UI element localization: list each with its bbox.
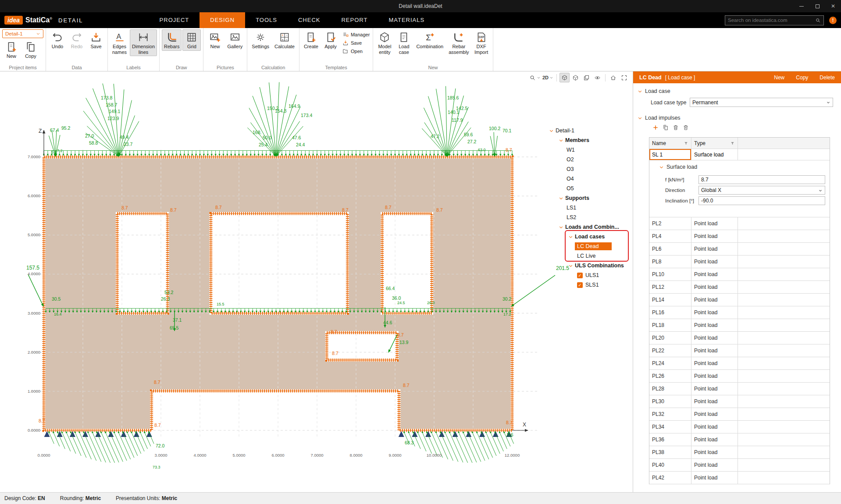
maximize-button[interactable] — [809, 0, 825, 12]
ribbon-button-copy[interactable]: Copy — [21, 39, 40, 60]
close-button[interactable]: ✕ — [825, 0, 841, 12]
load-impulse-row-pl4[interactable]: PL4Point load — [649, 230, 830, 243]
canvas-tool-axonometry[interactable] — [559, 73, 570, 82]
load-impulse-row-pl12[interactable]: PL12Point load — [649, 281, 830, 294]
menu-tab-check[interactable]: CHECK — [288, 12, 331, 28]
delete-load-case-button[interactable]: Delete — [820, 75, 835, 81]
menu-tab-materials[interactable]: MATERIALS — [378, 12, 435, 28]
load-impulse-row-pl34[interactable]: PL34Point load — [649, 421, 830, 433]
load-impulse-row-pl36[interactable]: PL36Point load — [649, 433, 830, 446]
menu-tab-report[interactable]: REPORT — [331, 12, 378, 28]
f-value-input[interactable] — [698, 175, 825, 184]
load-impulse-row-pl26[interactable]: PL26Point load — [649, 370, 830, 383]
tree-item-o4[interactable]: O4 — [545, 174, 631, 184]
checkbox-icon[interactable]: ✓ — [577, 282, 583, 288]
direction-select[interactable]: Global X — [698, 186, 825, 195]
collapse-chevron-icon[interactable] — [638, 115, 642, 121]
canvas-tool-zoom[interactable] — [529, 73, 541, 82]
ribbon-button-gallery[interactable]: Gallery — [225, 29, 245, 51]
load-impulse-row-pl6[interactable]: PL6Point load — [649, 243, 830, 256]
search-icon[interactable] — [815, 16, 821, 24]
filter-icon[interactable] — [730, 140, 735, 146]
ribbon-button-rebars[interactable]: Rebars — [162, 29, 182, 51]
canvas-tool-view-cube[interactable] — [570, 73, 581, 82]
canvas-tool-fullscreen[interactable] — [619, 73, 629, 82]
ribbon-button-combination[interactable]: ΣCombination — [414, 29, 445, 51]
search-input[interactable] — [728, 18, 815, 23]
collapse-chevron-icon[interactable] — [638, 88, 642, 94]
checkbox-icon[interactable]: ✓ — [577, 273, 583, 278]
ribbon-button-open[interactable]: Open — [342, 48, 370, 54]
ribbon-button-create[interactable]: Create — [302, 29, 321, 51]
load-impulse-row-pl20[interactable]: PL20Point load — [649, 332, 830, 344]
copy-load-case-button[interactable]: Copy — [796, 75, 808, 81]
ribbon-button-new[interactable]: New — [206, 29, 224, 51]
canvas[interactable]: ZX0.00003.00004.00005.00006.00007.00008.… — [0, 71, 633, 492]
menu-tab-design[interactable]: DESIGN — [200, 12, 245, 28]
tree-item-lc-live[interactable]: LC Live — [545, 251, 631, 261]
tree-item-w1[interactable]: W1 — [545, 145, 631, 155]
ribbon-button-calculate[interactable]: +−×÷Calculate — [272, 29, 297, 51]
ribbon-button-apply[interactable]: Apply — [321, 29, 340, 51]
load-impulse-row-pl30[interactable]: PL30Point load — [649, 395, 830, 408]
ribbon-button-rebar-assembly[interactable]: Rebar assembly — [446, 29, 471, 56]
load-impulse-row-pl38[interactable]: PL38Point load — [649, 446, 830, 459]
tree-item-o2[interactable]: O2 — [545, 155, 631, 164]
canvas-tool-view-gallery[interactable] — [581, 73, 592, 82]
load-impulse-row-pl18[interactable]: PL18Point load — [649, 319, 830, 332]
ribbon-button-load-case[interactable]: Load case — [395, 29, 413, 56]
tree-item-sls1[interactable]: ✓SLS1 — [545, 280, 631, 290]
load-impulse-row-pl42[interactable]: PL42Point load — [649, 472, 830, 484]
ribbon-button-manager[interactable]: Manager — [342, 32, 370, 38]
menu-tab-tools[interactable]: TOOLS — [245, 12, 288, 28]
load-impulse-row-pl32[interactable]: PL32Point load — [649, 408, 830, 421]
ribbon-button-dimension-lines[interactable]: Dimension lines — [130, 29, 157, 56]
delete-all-impulses-button[interactable] — [683, 124, 689, 131]
ribbon-button-save[interactable]: Save — [87, 29, 105, 51]
tree-item-ls2[interactable]: LS2 — [545, 213, 631, 222]
tree-item-loads-and-combin[interactable]: Loads and Combin... — [545, 222, 631, 232]
inclination-input[interactable] — [698, 196, 825, 205]
tree-item-lc-dead[interactable]: LC Dead — [545, 241, 631, 251]
filter-icon[interactable] — [684, 140, 688, 146]
canvas-tool-view-2d[interactable]: 2D — [542, 73, 554, 82]
tree-item-uls-combinations[interactable]: ULS Combinations — [545, 261, 631, 270]
load-impulse-row-pl28[interactable]: PL28Point load — [649, 383, 830, 395]
ribbon-button-undo[interactable]: Undo — [48, 29, 67, 51]
load-impulse-row-pl8[interactable]: PL8Point load — [649, 256, 830, 268]
load-case-type-select[interactable]: Permanent — [690, 98, 833, 107]
canvas-tool-zoom-all[interactable] — [608, 73, 618, 82]
load-impulse-row-pl2[interactable]: PL2Point load — [649, 217, 830, 230]
add-impulse-button[interactable] — [652, 124, 659, 131]
tree-item-o3[interactable]: O3 — [545, 164, 631, 174]
load-impulse-row-pl14[interactable]: PL14Point load — [649, 294, 830, 306]
menu-tab-project[interactable]: PROJECT — [149, 12, 200, 28]
ribbon-button-save[interactable]: Save — [342, 40, 370, 46]
load-impulse-row-pl10[interactable]: PL10Point load — [649, 268, 830, 281]
ribbon-button-edges-names[interactable]: AEdges names — [110, 29, 129, 56]
ribbon-button-grid[interactable]: Grid — [182, 29, 201, 51]
delete-impulse-button[interactable] — [673, 124, 679, 131]
tree-item-ls1[interactable]: LS1 — [545, 203, 631, 213]
minimize-button[interactable] — [794, 0, 809, 12]
copy-impulse-button[interactable] — [663, 124, 669, 131]
ribbon-button-settings[interactable]: Settings — [249, 29, 271, 51]
tree-item-uls1[interactable]: ✓ULS1 — [545, 270, 631, 280]
ribbon-button-new[interactable]: New — [2, 39, 21, 60]
project-item-combo[interactable]: Detail-1 — [2, 29, 43, 38]
tree-item-o5[interactable]: O5 — [545, 184, 631, 193]
ribbon-button-model-entity[interactable]: Model entity — [375, 29, 394, 56]
tree-item-load-cases[interactable]: Load cases — [545, 232, 631, 241]
load-impulse-row-pl40[interactable]: PL40Point load — [649, 459, 830, 472]
load-impulse-row-pl24[interactable]: PL24Point load — [649, 357, 830, 370]
selected-impulse-row[interactable]: SL 1 Surface load — [649, 149, 830, 160]
canvas-tool-visibility[interactable] — [592, 73, 602, 82]
tree-item-detail-1[interactable]: Detail-1 — [545, 126, 631, 135]
tree-item-members[interactable]: Members — [545, 135, 631, 145]
new-load-case-button[interactable]: New — [774, 75, 784, 81]
tree-item-supports[interactable]: Supports — [545, 193, 631, 203]
ribbon-button-dxf-import[interactable]: DXFDXF Import — [472, 29, 491, 56]
load-impulse-row-pl22[interactable]: PL22Point load — [649, 344, 830, 357]
load-impulse-row-pl16[interactable]: PL16Point load — [649, 306, 830, 319]
collapse-chevron-icon[interactable] — [659, 164, 664, 170]
